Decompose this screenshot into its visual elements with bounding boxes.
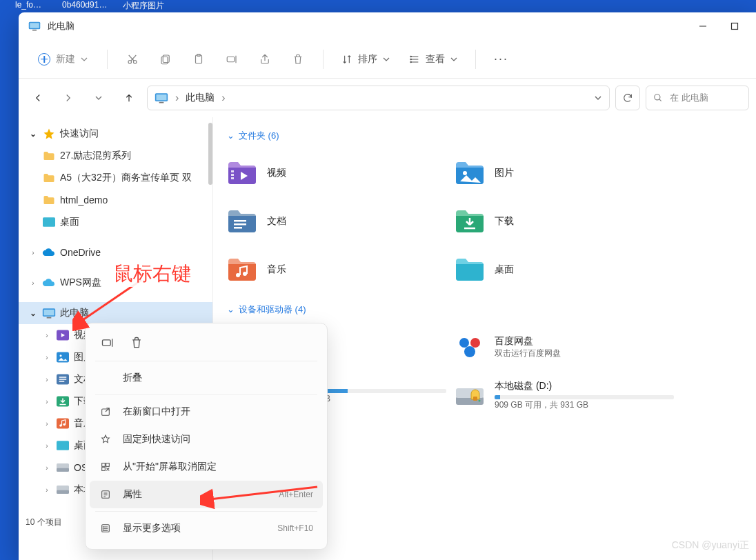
svg-rect-69 bbox=[102, 468, 106, 471]
separator bbox=[95, 361, 317, 361]
desktop-icon bbox=[56, 439, 70, 452]
maximize-button[interactable] bbox=[719, 12, 750, 40]
delete-button[interactable] bbox=[283, 46, 313, 72]
svg-rect-36 bbox=[59, 379, 67, 380]
sidebar-qa-item[interactable]: html_demo bbox=[19, 189, 212, 211]
minimize-button[interactable] bbox=[687, 12, 719, 40]
sidebar-this-pc[interactable]: ⌄此电脑 bbox=[19, 302, 212, 324]
sidebar-quick-access[interactable]: ⌄ 快速访问 bbox=[19, 123, 212, 145]
sidebar-qa-item[interactable]: A5（大32开）商务宣传单页 双 bbox=[19, 167, 212, 189]
drive-baidu[interactable]: 百度网盘双击运行百度网盘 bbox=[455, 326, 675, 368]
svg-rect-4 bbox=[732, 23, 738, 30]
sidebar-scrollbar[interactable] bbox=[208, 123, 212, 185]
svg-rect-44 bbox=[57, 463, 69, 468]
folder-downloads[interactable]: 下载 bbox=[455, 200, 675, 243]
ctx-new-window[interactable]: 在新窗口中打开 bbox=[90, 398, 323, 426]
ctx-collapse[interactable]: 折叠 bbox=[90, 364, 323, 392]
view-button[interactable]: 查看 bbox=[401, 49, 466, 70]
sidebar-qa-item[interactable]: 桌面 bbox=[19, 211, 212, 233]
svg-rect-22 bbox=[157, 94, 167, 100]
svg-point-20 bbox=[410, 61, 411, 62]
watermark: CSDN @yuanyi正 bbox=[672, 539, 749, 552]
ctx-pin-quick[interactable]: 固定到快速访问 bbox=[90, 426, 323, 453]
svg-rect-9 bbox=[163, 55, 169, 63]
chevron-right-icon[interactable]: › bbox=[28, 279, 38, 287]
svg-point-51 bbox=[463, 171, 467, 175]
ctx-unpin-start[interactable]: 从"开始"屏幕取消固定 bbox=[90, 453, 323, 481]
chevron-down-icon[interactable] bbox=[594, 94, 602, 102]
more-button[interactable]: ··· bbox=[486, 48, 517, 70]
ctx-rename-button[interactable] bbox=[99, 334, 116, 351]
sort-button[interactable]: 排序 bbox=[333, 49, 398, 70]
view-label: 查看 bbox=[426, 53, 445, 66]
cut-button[interactable] bbox=[117, 46, 148, 72]
titlebar[interactable]: 此电脑 bbox=[19, 12, 756, 40]
video-icon bbox=[56, 329, 70, 341]
chevron-right-icon[interactable]: › bbox=[28, 249, 38, 257]
drive-d[interactable]: 本地磁盘 (D:)909 GB 可用，共 931 GB bbox=[455, 374, 675, 417]
desktop-label: 0b460d91… bbox=[62, 0, 107, 10]
share-button[interactable] bbox=[250, 46, 280, 72]
svg-point-80 bbox=[103, 527, 103, 528]
star-icon bbox=[42, 128, 56, 140]
cloud-icon bbox=[42, 246, 56, 259]
folder-music[interactable]: 音乐 bbox=[227, 248, 448, 291]
documents-icon bbox=[227, 208, 257, 235]
svg-rect-53 bbox=[234, 223, 246, 226]
history-dropdown[interactable] bbox=[86, 86, 111, 110]
svg-rect-67 bbox=[102, 463, 106, 467]
ctx-delete-button[interactable] bbox=[128, 334, 145, 351]
unpin-icon bbox=[99, 461, 112, 473]
plus-icon bbox=[38, 53, 50, 66]
refresh-button[interactable] bbox=[615, 86, 640, 110]
svg-rect-64 bbox=[103, 340, 111, 346]
downloads-icon bbox=[455, 208, 485, 235]
svg-rect-66 bbox=[102, 409, 110, 415]
properties-icon bbox=[99, 488, 112, 501]
chevron-down-icon[interactable]: ⌄ bbox=[28, 308, 38, 318]
svg-rect-42 bbox=[57, 441, 69, 450]
rename-button[interactable] bbox=[217, 46, 247, 72]
folder-icon bbox=[42, 172, 56, 184]
paste-button[interactable] bbox=[183, 46, 214, 72]
back-button[interactable] bbox=[26, 86, 50, 110]
folder-desktop[interactable]: 桌面 bbox=[455, 248, 675, 291]
up-button[interactable] bbox=[117, 86, 141, 110]
folders-group-header[interactable]: ⌄文件夹 (6) bbox=[227, 130, 742, 142]
svg-rect-13 bbox=[227, 57, 235, 62]
svg-rect-68 bbox=[106, 463, 110, 467]
address-bar[interactable]: › 此电脑 › bbox=[147, 86, 610, 110]
svg-rect-29 bbox=[47, 317, 52, 319]
sidebar-qa-item[interactable]: 27.励志混剪系列 bbox=[19, 145, 212, 167]
ctx-more-options[interactable]: 显示更多选项Shift+F10 bbox=[90, 514, 323, 542]
breadcrumb-root[interactable]: 此电脑 bbox=[186, 92, 215, 104]
devices-group-header[interactable]: ⌄设备和驱动器 (4) bbox=[227, 303, 742, 316]
this-pc-icon bbox=[42, 307, 56, 319]
cloud-icon bbox=[42, 277, 56, 289]
folder-pictures[interactable]: 图片 bbox=[455, 152, 675, 194]
svg-point-57 bbox=[459, 338, 469, 348]
status-bar: 10 个项目 bbox=[26, 517, 62, 528]
star-icon bbox=[99, 433, 112, 446]
folder-icon bbox=[42, 150, 56, 162]
svg-point-18 bbox=[410, 56, 411, 57]
pictures-icon bbox=[56, 351, 70, 363]
new-button[interactable]: 新建 bbox=[28, 49, 97, 70]
svg-rect-10 bbox=[161, 57, 168, 64]
svg-rect-26 bbox=[43, 217, 55, 227]
copy-button[interactable] bbox=[150, 46, 181, 72]
pictures-icon bbox=[455, 159, 485, 187]
svg-rect-43 bbox=[57, 468, 69, 472]
ctx-properties[interactable]: 属性Alt+Enter bbox=[90, 481, 323, 508]
svg-rect-48 bbox=[231, 174, 234, 176]
search-input[interactable]: 在 此电脑 bbox=[646, 86, 749, 110]
folder-video[interactable]: 视频 bbox=[227, 152, 448, 194]
svg-point-55 bbox=[236, 273, 240, 277]
svg-line-25 bbox=[659, 99, 662, 101]
forward-button[interactable] bbox=[56, 86, 81, 110]
music-icon bbox=[227, 256, 257, 283]
chevron-down-icon[interactable]: ⌄ bbox=[28, 129, 38, 139]
svg-rect-35 bbox=[59, 377, 67, 378]
baidu-icon bbox=[455, 333, 485, 361]
folder-documents[interactable]: 文档 bbox=[227, 200, 448, 243]
